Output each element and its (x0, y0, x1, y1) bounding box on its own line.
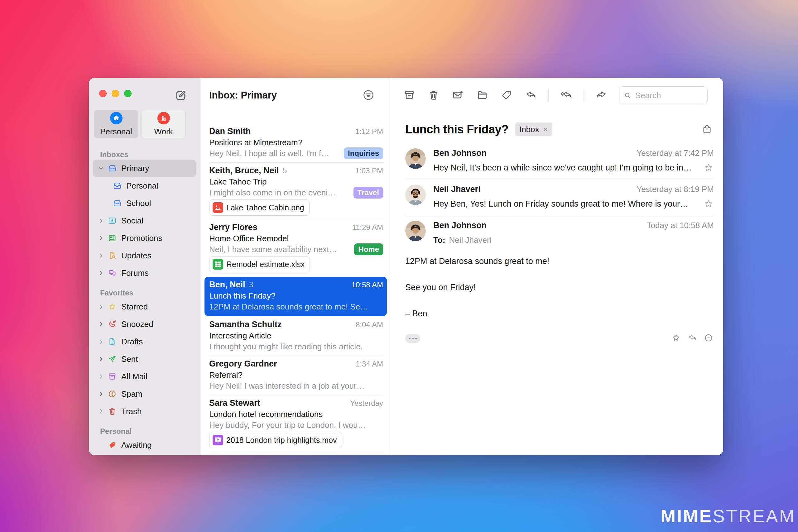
chevron-right-icon[interactable] (98, 407, 107, 415)
email-row-lunch-this-friday[interactable]: Ben, Neil310:58 AMLunch this Friday?12PM… (205, 277, 387, 316)
message-body: 12PM at Delarosa sounds great to me!See … (405, 255, 714, 343)
archive-button[interactable] (402, 89, 416, 102)
more-actions-button[interactable] (703, 333, 714, 343)
close-button[interactable] (99, 90, 107, 97)
sidebar-item-snoozed[interactable]: Snoozed (93, 316, 196, 333)
chevron-down-icon[interactable] (98, 164, 107, 172)
trash-button[interactable] (427, 89, 440, 102)
archive-icon (403, 89, 416, 101)
chevron-right-icon[interactable] (98, 303, 107, 311)
account-tab-personal[interactable]: Personal (94, 110, 138, 138)
sidebar-item-spam[interactable]: Spam (93, 385, 196, 403)
toolbar (391, 78, 723, 113)
account-tab-label: Work (154, 127, 173, 136)
email-sender: Ben, Neil (209, 280, 245, 289)
tag-button[interactable] (500, 89, 513, 102)
watermark-bold: MIME (661, 506, 712, 526)
sidebar-section-personal: PersonalAwaiting (89, 426, 200, 454)
sidebar-item-updates[interactable]: Updates (93, 247, 196, 264)
sidebar-item-starred[interactable]: Starred (93, 298, 196, 316)
sidebar-item-sent[interactable]: Sent (93, 350, 196, 368)
email-sender: Jerry Flores (209, 223, 258, 232)
email-row-positions-at-mimestream[interactable]: Dan Smith1:12 PMPositions at Mimestream?… (201, 124, 391, 163)
sidebar-item-label: Personal (126, 181, 158, 191)
mimestream-watermark: MIMESTREAM (661, 506, 796, 526)
email-row-visiting-d-c[interactable]: Aaron, Neil2YesterdayVisiting D.C.I was … (201, 452, 391, 455)
account-tab-work[interactable]: Work (141, 110, 186, 138)
chevron-right-icon[interactable] (98, 320, 107, 328)
sidebar-item-label: Spam (121, 389, 142, 399)
email-row-london-hotel-recommendations[interactable]: Sara StewartYesterdayLondon hotel recomm… (201, 395, 391, 452)
folder-button[interactable] (475, 89, 489, 102)
chevron-right-icon[interactable] (98, 373, 107, 381)
email-row-lake-tahoe-trip[interactable]: Keith, Bruce, Neil51:03 PMLake Tahoe Tri… (201, 163, 391, 220)
sidebar-item-promotions[interactable]: Promotions (93, 229, 196, 247)
reply-button[interactable] (687, 333, 698, 343)
email-preview: Hey buddy, For your trip to London, I wo… (209, 420, 383, 430)
attachment-name: Remodel estimate.xlsx (226, 260, 305, 269)
sidebar-item-awaiting[interactable]: Awaiting (93, 436, 196, 454)
envelope-unread-icon (452, 89, 464, 101)
star-icon[interactable] (703, 198, 714, 209)
forward-button[interactable] (594, 89, 608, 102)
reply-all-button[interactable] (559, 89, 573, 102)
attachment-chip[interactable]: Remodel estimate.xlsx (209, 256, 310, 272)
watermark-light: STREAM (712, 506, 796, 526)
star-icon[interactable] (703, 163, 714, 173)
sidebar-section-inboxes: InboxesPrimaryPersonalSchoolSocialPromot… (89, 149, 200, 282)
chevron-right-icon[interactable] (98, 355, 107, 363)
reply-button[interactable] (524, 89, 538, 102)
show-quoted-text-button[interactable] (405, 334, 420, 343)
share-icon (701, 123, 713, 135)
message-collapsed[interactable]: Ben JohnsonYesterday at 7:42 PMHey Neil,… (405, 143, 714, 179)
close-icon[interactable] (543, 127, 548, 132)
email-tag-home[interactable]: Home (354, 243, 383, 255)
message-sender: Ben Johnson (433, 221, 487, 230)
sidebar-item-primary[interactable]: Primary (93, 159, 196, 177)
chevron-right-icon[interactable] (98, 269, 107, 277)
sidebar-nav: InboxesPrimaryPersonalSchoolSocialPromot… (89, 149, 200, 455)
chevron-right-icon[interactable] (98, 216, 107, 225)
attachment-chip[interactable]: 2018 London trip highlights.mov (209, 432, 342, 448)
minimize-button[interactable] (112, 90, 119, 97)
email-subject: Home Office Remodel (209, 233, 383, 244)
archivebox-icon (108, 372, 117, 381)
sidebar-item-label: Snoozed (121, 320, 153, 329)
email-tag-travel[interactable]: Travel (354, 187, 383, 198)
account-switcher: PersonalWork (94, 110, 186, 138)
share-button[interactable] (700, 122, 714, 136)
email-row-referral[interactable]: Gregory Gardner1:34 AMReferral?Hey Neil!… (201, 356, 391, 395)
inbox-label-chip[interactable]: Inbox (515, 122, 552, 136)
email-row-home-office-remodel[interactable]: Jerry Flores11:29 AMHome Office RemodelN… (201, 220, 391, 276)
star-button[interactable] (671, 333, 681, 343)
envelope-unread-button[interactable] (451, 89, 465, 102)
filter-button[interactable] (362, 89, 375, 102)
sidebar-item-personal[interactable]: Personal (93, 177, 196, 194)
window-controls (99, 90, 132, 97)
spam-icon (108, 389, 117, 399)
chevron-right-icon[interactable] (98, 390, 107, 398)
chevron-right-icon[interactable] (98, 251, 107, 260)
sidebar-item-social[interactable]: Social (93, 212, 196, 229)
email-tag-inquiries[interactable]: Inquiries (344, 147, 383, 159)
attachment-chip[interactable]: Lake Tahoe Cabin.png (209, 200, 309, 216)
sidebar-item-drafts[interactable]: Drafts (93, 333, 196, 350)
message-list-pane: Inbox: Primary Dan Smith1:12 PMPositions… (201, 78, 391, 455)
message-preview: Hey Ben, Yes! Lunch on Friday sounds gre… (433, 199, 698, 209)
sidebar-item-trash[interactable]: Trash (93, 403, 196, 420)
filter-icon (362, 89, 375, 101)
trash-icon (428, 89, 440, 101)
chevron-right-icon[interactable] (98, 234, 107, 242)
email-row-interesting-article[interactable]: Samantha Schultz8:04 AMInteresting Artic… (201, 317, 391, 356)
chevron-right-icon[interactable] (98, 338, 107, 346)
message-collapsed[interactable]: Neil JhaveriYesterday at 8:19 PMHey Ben,… (405, 179, 714, 215)
zoom-button[interactable] (124, 90, 132, 97)
compose-button[interactable] (174, 89, 188, 103)
attachment-name: 2018 London trip highlights.mov (226, 436, 337, 445)
search-input[interactable] (619, 86, 708, 104)
email-preview: Hey Neil! I was interested in a job at y… (209, 381, 383, 391)
toolbar-separator (548, 89, 549, 102)
sidebar-item-forums[interactable]: Forums (93, 264, 196, 282)
sidebar-item-all-mail[interactable]: All Mail (93, 368, 196, 385)
sidebar-item-school[interactable]: School (93, 194, 196, 212)
